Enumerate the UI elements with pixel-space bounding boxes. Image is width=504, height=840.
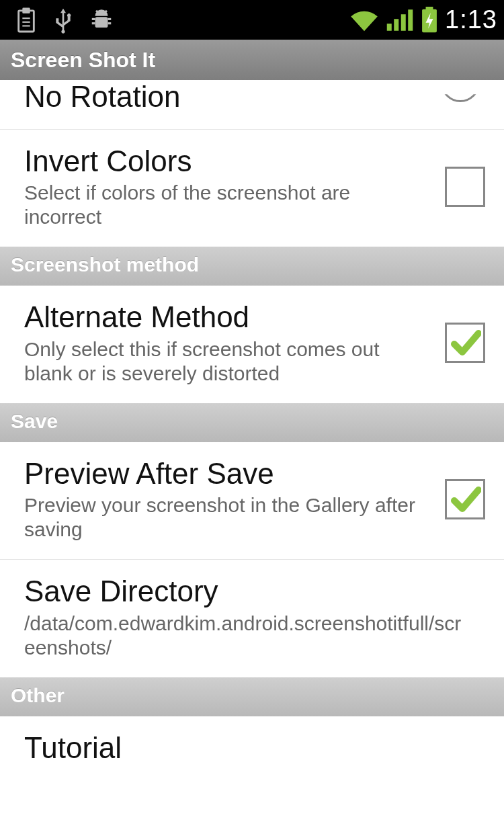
svg-rect-15 <box>408 9 413 31</box>
setting-title: Tutorial <box>24 731 472 765</box>
section-header-method: Screenshot method <box>0 247 504 286</box>
android-debug-icon <box>89 8 114 32</box>
app-title: Screen Shot It <box>11 48 155 73</box>
usb-icon <box>52 6 74 34</box>
wifi-icon <box>349 8 379 32</box>
clipboard-icon <box>15 7 38 34</box>
svg-line-10 <box>96 10 98 12</box>
setting-save-directory[interactable]: Save Directory /data/com.edwardkim.andro… <box>0 560 504 677</box>
svg-rect-12 <box>387 24 392 31</box>
setting-subtitle: Only select this if screenshot comes out… <box>24 337 431 386</box>
svg-rect-1 <box>22 7 30 13</box>
setting-subtitle: /data/com.edwardkim.android.screenshotit… <box>24 612 472 660</box>
setting-no-rotation[interactable]: No Rotation <box>0 80 504 130</box>
svg-rect-5 <box>95 17 108 28</box>
setting-subtitle: Preview your screenshot in the Gallery a… <box>24 493 431 542</box>
setting-tutorial[interactable]: Tutorial <box>0 716 504 783</box>
setting-preview-after-save[interactable]: Preview After Save Preview your screensh… <box>0 442 504 560</box>
svg-rect-17 <box>426 7 433 10</box>
setting-title: Invert Colors <box>24 144 431 179</box>
checkbox-unchecked-icon[interactable] <box>445 167 485 207</box>
setting-invert-colors[interactable]: Invert Colors Select if colors of the sc… <box>0 130 504 247</box>
battery-charging-icon <box>421 7 438 34</box>
setting-title: No Rotation <box>24 80 427 114</box>
checkbox-checked-icon[interactable] <box>445 479 485 519</box>
section-header-save: Save <box>0 403 504 442</box>
status-time: 1:13 <box>445 5 497 34</box>
status-bar: 1:13 <box>0 0 504 40</box>
setting-title: Save Directory <box>24 575 472 609</box>
checkbox-checked-icon[interactable] <box>445 323 485 363</box>
svg-rect-0 <box>19 10 34 31</box>
setting-title: Alternate Method <box>24 300 431 335</box>
svg-rect-13 <box>394 19 398 31</box>
cell-signal-icon <box>386 8 414 32</box>
svg-line-11 <box>105 10 107 12</box>
svg-rect-14 <box>401 14 406 31</box>
setting-subtitle: Select if colors of the screenshot are i… <box>24 181 431 229</box>
setting-title: Preview After Save <box>24 457 431 491</box>
app-title-bar: Screen Shot It <box>0 40 504 80</box>
radio-icon <box>441 87 485 106</box>
setting-alternate-method[interactable]: Alternate Method Only select this if scr… <box>0 286 504 403</box>
section-header-other: Other <box>0 677 504 716</box>
